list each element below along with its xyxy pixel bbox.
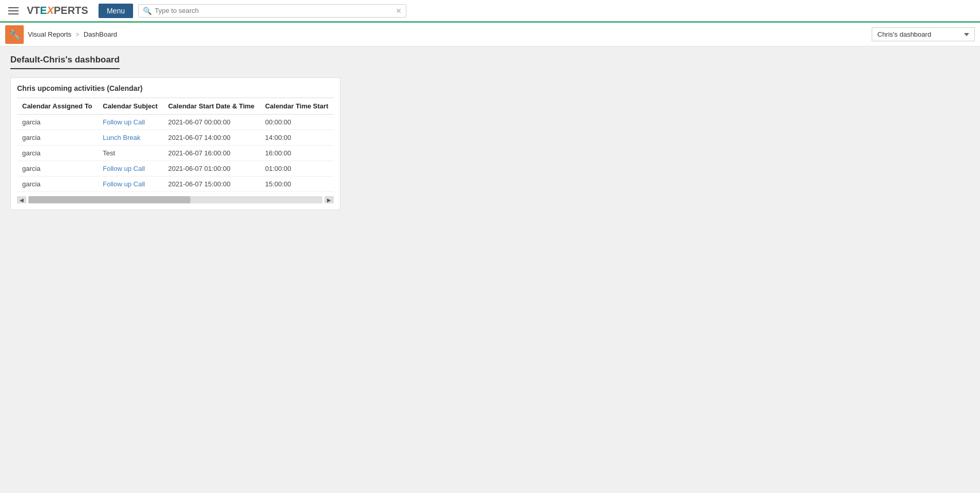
col-time-start: Calendar Time Start	[260, 98, 334, 115]
cell-time-start: 15:00:00	[260, 177, 334, 192]
calendar-widget: Chris upcoming activities (Calendar) Cal…	[10, 77, 340, 210]
cell-time-start: 00:00:00	[260, 115, 334, 130]
dashboard-selector-wrapper: Chris's dashboard	[872, 27, 975, 41]
calendar-table: Calendar Assigned To Calendar Subject Ca…	[17, 98, 334, 192]
table-row: garciaFollow up Call2021-06-07 15:00:001…	[17, 177, 334, 192]
cell-assigned-to: garcia	[17, 177, 97, 192]
top-navigation: VTEXPERTS Menu 🔍 ✕	[0, 0, 980, 23]
logo: VTEXPERTS	[27, 5, 88, 17]
cell-subject[interactable]: Lunch Break	[97, 130, 163, 146]
cell-time-start: 16:00:00	[260, 146, 334, 161]
search-bar: 🔍 ✕	[138, 4, 406, 18]
table-row: garciaFollow up Call2021-06-07 01:00:000…	[17, 161, 334, 177]
cell-start-datetime: 2021-06-07 14:00:00	[163, 130, 260, 146]
table-header-row: Calendar Assigned To Calendar Subject Ca…	[17, 98, 334, 115]
scroll-left-button[interactable]: ◀	[17, 196, 26, 203]
logo-e: E	[40, 5, 47, 17]
sub-navigation: 🔧 Visual Reports > DashBoard Chris's das…	[0, 23, 980, 46]
dashboard-select[interactable]: Chris's dashboard	[872, 27, 975, 41]
col-assigned-to: Calendar Assigned To	[17, 98, 97, 115]
breadcrumb-module: Visual Reports	[28, 30, 71, 38]
cell-subject[interactable]: Follow up Call	[97, 161, 163, 177]
cell-assigned-to: garcia	[17, 146, 97, 161]
logo-perts: PERTS	[54, 5, 88, 17]
table-row: garciaFollow up Call2021-06-07 00:00:000…	[17, 115, 334, 130]
cell-subject[interactable]: Follow up Call	[97, 177, 163, 192]
page-content: Default-Chris's dashboard Chris upcoming…	[0, 46, 980, 493]
hamburger-menu-button[interactable]	[5, 5, 22, 17]
table-body: garciaFollow up Call2021-06-07 00:00:000…	[17, 115, 334, 192]
cell-time-start: 01:00:00	[260, 161, 334, 177]
logo-x: X	[47, 5, 54, 17]
page-title: Default-Chris's dashboard	[10, 55, 120, 69]
widget-title: Chris upcoming activities (Calendar)	[17, 84, 334, 92]
cell-assigned-to: garcia	[17, 161, 97, 177]
cell-start-datetime: 2021-06-07 15:00:00	[163, 177, 260, 192]
scrollbar-track[interactable]	[28, 196, 322, 203]
module-icon: 🔧	[5, 25, 24, 44]
cell-assigned-to: garcia	[17, 130, 97, 146]
breadcrumb-separator: >	[75, 30, 79, 38]
cell-time-start: 14:00:00	[260, 130, 334, 146]
col-start-datetime: Calendar Start Date & Time	[163, 98, 260, 115]
breadcrumb-current-page: DashBoard	[84, 30, 117, 38]
cell-start-datetime: 2021-06-07 00:00:00	[163, 115, 260, 130]
clear-search-icon[interactable]: ✕	[396, 7, 402, 15]
cell-assigned-to: garcia	[17, 115, 97, 130]
search-input[interactable]	[155, 7, 393, 14]
table-row: garciaLunch Break2021-06-07 14:00:0014:0…	[17, 130, 334, 146]
logo-vt: VT	[27, 5, 40, 17]
breadcrumb: 🔧 Visual Reports > DashBoard	[5, 25, 117, 44]
col-subject: Calendar Subject	[97, 98, 163, 115]
search-icon: 🔍	[143, 7, 152, 15]
cell-subject[interactable]: Follow up Call	[97, 115, 163, 130]
menu-button[interactable]: Menu	[99, 4, 133, 18]
cell-start-datetime: 2021-06-07 16:00:00	[163, 146, 260, 161]
scrollbar-thumb[interactable]	[28, 196, 190, 203]
scroll-right-button[interactable]: ▶	[324, 196, 334, 203]
horizontal-scrollbar: ◀ ▶	[17, 196, 334, 203]
table-row: garciaTest2021-06-07 16:00:0016:00:00	[17, 146, 334, 161]
cell-start-datetime: 2021-06-07 01:00:00	[163, 161, 260, 177]
cell-subject: Test	[97, 146, 163, 161]
